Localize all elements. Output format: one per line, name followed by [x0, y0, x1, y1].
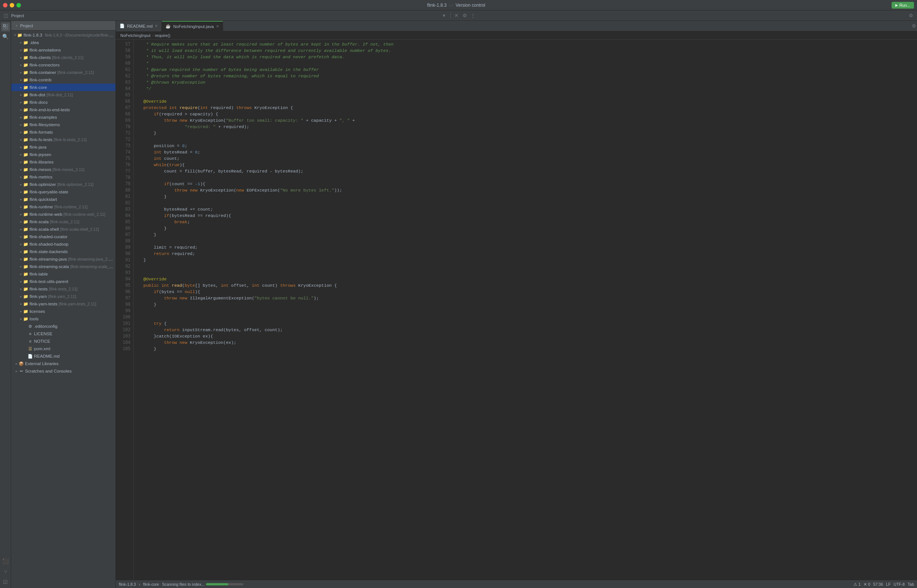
tree-item-flink-shaded-curator[interactable]: 📁 flink-shaded-curator: [11, 233, 115, 241]
tree-root[interactable]: 📁 flink-1.8.3 flink-1.8.3 ~/Documents/gi…: [11, 31, 115, 39]
breadcrumb-file[interactable]: NoFetchingInput: [120, 33, 151, 38]
code-area[interactable]: * Require makes sure that at least requi…: [134, 40, 912, 580]
tree-item-flink-mesos[interactable]: 📁 flink-mesos [flink-mesos_2.11]: [11, 166, 115, 173]
code-line-90: return required;: [138, 250, 912, 257]
status-breadcrumb1[interactable]: flink-1.8.3: [119, 582, 136, 586]
tree-item-flink-jepsen[interactable]: 📁 flink-jepsen: [11, 151, 115, 158]
tree-item-flink-end-to-end-tests[interactable]: 📁 flink-end-to-end-tests: [11, 106, 115, 113]
tree-item-flink-quickstart[interactable]: 📁 flink-quickstart: [11, 195, 115, 203]
sidebar-icon-todo[interactable]: ☑: [1, 578, 10, 586]
tree-item-flink-streaming-scala[interactable]: 📁 flink-streaming-scala [flink-streaming…: [11, 263, 115, 270]
status-breadcrumb2[interactable]: flink-core: [143, 582, 159, 586]
tree-item-flink-examples[interactable]: 📁 flink-examples: [11, 113, 115, 121]
maximize-button[interactable]: [16, 3, 21, 8]
tree-item-flink-clients[interactable]: 📁 flink-clients [flink-clients_2.11]: [11, 54, 115, 61]
tab-readme[interactable]: 📄 README.md ✕: [116, 21, 162, 31]
tab-readme-close[interactable]: ✕: [155, 24, 158, 28]
tree-item-flink-optimizer[interactable]: 📁 flink-optimizer [flink-optimizer_2.11]: [11, 181, 115, 188]
tree-item-flink-contrib[interactable]: 📁 flink-contrib: [11, 76, 115, 84]
tree-item-flink-scala[interactable]: 📁 flink-scala [flink-scala_2.11]: [11, 218, 115, 226]
status-encoding[interactable]: UTF-8: [893, 582, 905, 586]
tree-item-flink-annotations[interactable]: 📁 flink-annotations: [11, 46, 115, 54]
code-line-64: */: [138, 86, 912, 92]
tree-item-flink-tests[interactable]: 📁 flink-tests [flink-tests_2.11]: [11, 285, 115, 293]
tree-item-licenses[interactable]: 📁 licenses: [11, 308, 115, 315]
run-button[interactable]: Run...: [891, 2, 914, 8]
tree-item-pomxml[interactable]: ☰ pom.xml: [11, 345, 115, 352]
code-line-102: return inputStream.read(bytes, offset, c…: [138, 327, 912, 333]
tree-item-external-libraries[interactable]: 📦 External Libraries: [11, 360, 115, 367]
tree-item-flink-shaded-hadoop[interactable]: 📁 flink-shaded-hadoop: [11, 241, 115, 248]
status-sep1: ›: [139, 582, 141, 586]
code-line-94: @Override: [138, 276, 912, 282]
tree-item-editorconfig[interactable]: ⚙ .editorconfig: [11, 323, 115, 330]
code-line-59: * Thus, it will only load the data which…: [138, 54, 912, 60]
tree-item-tools[interactable]: 📁 tools: [11, 315, 115, 323]
tree-item-flink-container[interactable]: 📁 flink-container [flink-container_2.11]: [11, 69, 115, 76]
code-line-69: throw new KryoException("Buffer too smal…: [138, 117, 912, 124]
code-line-74: int bytesRead = 0;: [138, 149, 912, 155]
tree-item-readme[interactable]: 📄 README.md: [11, 352, 115, 360]
right-gutter: [912, 40, 917, 580]
tree-item-flink-yarn-tests[interactable]: 📁 flink-yarn-tests [flink-yarn-tests_2.1…: [11, 300, 115, 308]
code-line-98: }: [138, 301, 912, 308]
readme-icon: 📄: [120, 24, 125, 28]
project-tree[interactable]: 📁 flink-1.8.3 flink-1.8.3 ~/Documents/gi…: [11, 31, 115, 588]
code-line-66: @Override: [138, 98, 912, 105]
project-icon: ◫: [3, 13, 9, 19]
tree-item-flink-metrics[interactable]: 📁 flink-metrics: [11, 173, 115, 181]
tree-item-flink-runtime-web[interactable]: 📁 flink-runtime-web [flink-runtime-web_2…: [11, 210, 115, 218]
close-panel-icon[interactable]: ✕: [454, 13, 460, 19]
tab-nofetching-close[interactable]: ✕: [216, 24, 219, 28]
tree-item-flink-filesystems[interactable]: 📁 flink-filesystems: [11, 121, 115, 128]
tree-item-flink-formats[interactable]: 📁 flink-formats: [11, 128, 115, 136]
code-line-60: *: [138, 60, 912, 66]
tabs-settings-icon[interactable]: ⚙: [911, 23, 917, 29]
sidebar-icon-project[interactable]: [1, 23, 10, 31]
separator: [450, 13, 450, 19]
tab-nofetching[interactable]: ☕ NoFetchingInput.java ✕: [162, 21, 223, 31]
root-expand-icon[interactable]: [13, 33, 17, 37]
tree-item-idea[interactable]: 📁 .idea: [11, 39, 115, 46]
tree-item-flink-dist[interactable]: 📁 flink-dist [flink-dist_2.11]: [11, 91, 115, 99]
dropdown-icon[interactable]: ▾: [441, 13, 447, 19]
tree-item-flink-yarn[interactable]: 📁 flink-yarn [flink-yarn_2.11]: [11, 293, 115, 300]
project-name: flink-1.8.3: [427, 3, 447, 8]
tree-item-flink-libraries[interactable]: 📁 flink-libraries: [11, 158, 115, 166]
tree-item-flink-fs-tests[interactable]: 📁 flink-fs-tests [flink-fs-tests_2.11]: [11, 136, 115, 143]
tree-item-flink-state-backends[interactable]: 📁 flink-state-backends: [11, 248, 115, 255]
tree-item-flink-docs[interactable]: 📁 flink-docs: [11, 99, 115, 106]
status-errors[interactable]: ✕ 0: [864, 582, 870, 586]
tree-item-flink-runtime[interactable]: 📁 flink-runtime [flink-runtime_2.11]: [11, 203, 115, 210]
close-button[interactable]: [3, 3, 8, 8]
minimize-button[interactable]: [10, 3, 14, 8]
tree-item-flink-core[interactable]: 📁 flink-core: [11, 84, 115, 91]
breadcrumb-method[interactable]: require(): [155, 33, 170, 38]
tree-item-scratches[interactable]: ✏ Scratches and Consoles: [11, 367, 115, 375]
code-line-104: throw new KryoException(ex);: [138, 339, 912, 346]
tree-item-flink-scala-shell[interactable]: 📁 flink-scala-shell [flink-scala-shell_2…: [11, 226, 115, 233]
tree-item-flink-queryable-state[interactable]: 📁 flink-queryable-state: [11, 188, 115, 195]
status-position[interactable]: 57:36: [873, 582, 883, 586]
tree-item-flink-streaming-java[interactable]: 📁 flink-streaming-java [flink-streaming-…: [11, 255, 115, 263]
settings-icon[interactable]: ⚙: [462, 13, 468, 19]
tree-item-license[interactable]: ≡ LICENSE: [11, 330, 115, 338]
code-line-73: position = 0;: [138, 143, 912, 149]
status-warnings[interactable]: ⚠ 1: [854, 582, 860, 586]
sidebar-icon-terminal[interactable]: ⬛: [1, 557, 10, 565]
editor-scroll-area[interactable]: 57 58 59 60 61 62 63 64 65 66 67 68 69 7…: [116, 40, 917, 580]
tree-item-flink-connectors[interactable]: 📁 flink-connectors: [11, 61, 115, 69]
code-line-58: * it will load exactly the difference be…: [138, 47, 912, 54]
status-indent[interactable]: Tab: [908, 582, 914, 586]
sidebar-icon-find[interactable]: 🔍: [1, 32, 10, 41]
gear-icon[interactable]: ⚙: [908, 13, 914, 19]
tree-item-flink-java[interactable]: 📁 flink-java: [11, 143, 115, 151]
status-line-ending[interactable]: LF: [886, 582, 891, 586]
more-icon[interactable]: ⋮: [470, 13, 476, 19]
sidebar-icon-git[interactable]: ⑂: [1, 567, 10, 576]
tree-item-notice[interactable]: ≡ NOTICE: [11, 338, 115, 345]
root-label: flink-1.8.3 flink-1.8.3 ~/Documents/gitc…: [24, 33, 114, 37]
tree-item-flink-test-utils[interactable]: 📁 flink-test-utils-parent: [11, 278, 115, 285]
tree-item-flink-table[interactable]: 📁 flink-table: [11, 270, 115, 278]
project-collapse-icon[interactable]: [14, 24, 19, 28]
